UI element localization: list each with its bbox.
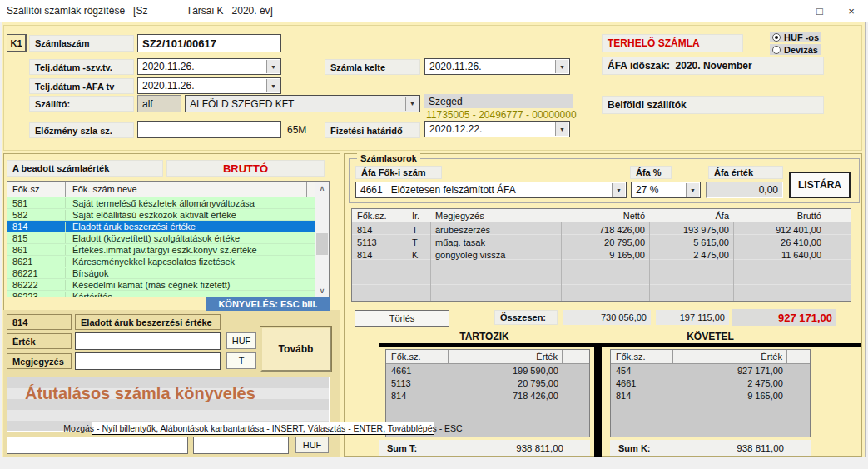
accounts-col-name: Fők. szám neve: [66, 182, 306, 197]
perf-date-acc-value: 2020.11.26.: [142, 61, 195, 72]
col-value: Érték: [449, 350, 563, 363]
table-row[interactable]: 582 Saját előállitású eszközök aktivált …: [7, 209, 315, 221]
credit-table: Fők.sz. Érték 454 927 171,00 4661 2 475,…: [610, 349, 811, 437]
col-note: Megjegyzés: [430, 209, 561, 222]
account-name: Késedelmi kamat (más cégnek fizetett): [66, 280, 306, 290]
accounts-table-header: Fők.sz Fők. szám neve: [7, 182, 315, 197]
accounts-col-extra: [306, 182, 315, 197]
invoice-number-label: Számlaszám: [29, 35, 134, 52]
chevron-down-icon[interactable]: ▼: [612, 183, 625, 197]
minimize-icon[interactable]: –: [771, 0, 805, 22]
vat-account-value: 4661 Előzetesen felszámított ÁFA: [360, 184, 516, 196]
credit-header: Fők.sz. Érték: [611, 350, 810, 364]
table-row[interactable]: 814K göngyöleg vissza9 165,00 2 475,0011…: [352, 248, 851, 261]
total-gross: 927 171,00: [732, 309, 836, 326]
delete-button[interactable]: Törlés: [355, 310, 449, 327]
accounts-col-code: Fők.sz: [7, 182, 66, 197]
sum-credit-value: 938 811,00: [651, 443, 811, 453]
chevron-down-icon[interactable]: ▼: [405, 97, 419, 111]
perf-date-vat-label: Telj.dátum -ÁFA tv: [29, 78, 134, 94]
table-row[interactable]: 86221 Bírságok: [7, 267, 315, 279]
chevron-down-icon[interactable]: ▼: [266, 60, 280, 73]
note-label: Megjegyzés: [7, 353, 72, 369]
currency-huf-radio[interactable]: HUF -os: [770, 32, 821, 42]
invoice-lines-group-title: Számlasorok: [357, 153, 420, 163]
account-name: Eladott (közvetített) szolgáltatások ért…: [66, 233, 306, 243]
supplier-tax-number: 11735005 - 20496777 - 00000000: [426, 109, 577, 121]
col-vat: Áfa: [649, 209, 733, 222]
sum-credit-row: Sum K: 938 811,00: [610, 440, 811, 456]
account-code: 8621: [7, 257, 66, 267]
title-bar: Szállítói számlák rögzítése [Sz Társai K…: [0, 0, 868, 22]
value-input[interactable]: [75, 332, 221, 350]
table-row[interactable]: 86223 Kártérítés: [7, 291, 315, 297]
account-code: 815: [7, 233, 66, 243]
sum-debit-label: Sum T:: [387, 443, 417, 453]
table-row[interactable]: 581 Saját termelésű készletek állományvá…: [7, 197, 315, 209]
note-input[interactable]: [75, 352, 221, 370]
chevron-down-icon[interactable]: ▼: [555, 122, 568, 136]
maximize-icon[interactable]: □: [803, 0, 836, 22]
col-net: Nettó: [561, 209, 649, 222]
chevron-down-icon[interactable]: ▼: [266, 79, 280, 92]
vat-account-combo[interactable]: 4661 Előzetesen felszámított ÁFA ▼: [355, 182, 627, 198]
account-code: 814: [7, 222, 66, 232]
account-code: 581: [7, 198, 66, 208]
currency-fx-radio[interactable]: Devizás: [770, 44, 821, 55]
chevron-down-icon[interactable]: ▼: [686, 183, 699, 197]
table-row[interactable]: 5113T műag. tasak20 795,00 5 615,0026 41…: [352, 236, 851, 248]
account-code: 861: [7, 245, 66, 255]
due-date-value: 2020.12.22.: [429, 123, 482, 135]
status-hint-bar: Mozgás - Nyíl billentyűk, Alábontások ka…: [92, 422, 434, 435]
due-date-combo[interactable]: 2020.12.22. ▼: [424, 121, 570, 137]
supplier-code-input[interactable]: alf: [137, 95, 181, 112]
col-value: Érték: [673, 350, 787, 363]
vat-rate-label: Áfa %: [630, 166, 672, 179]
perf-date-acc-combo[interactable]: 2020.11.26. ▼: [137, 58, 281, 75]
value-label: Érték: [7, 333, 72, 349]
list-item: 5113 20 795,00: [386, 377, 589, 389]
previous-invoice-label: Előzmény szla sz.: [29, 122, 134, 138]
table-row[interactable]: 815 Eladott (közvetített) szolgáltatások…: [7, 232, 315, 244]
table-row[interactable]: 861 Értékes.immat jav.tárgyi eszk.könyv …: [7, 244, 315, 256]
app-window: Szállítói számlák rögzítése [Sz Társai K…: [0, 0, 868, 469]
direction-badge[interactable]: T: [226, 352, 256, 369]
sum-debit-row: Sum T: 938 811,00: [379, 440, 590, 456]
bottom-input-2[interactable]: [193, 437, 289, 454]
supplier-combo[interactable]: ALFÖLD SZEGED KFT ▼: [185, 95, 420, 112]
previous-invoice-input[interactable]: [137, 121, 281, 138]
scroll-down-icon[interactable]: ∨: [315, 284, 329, 297]
invoice-date-combo[interactable]: 2020.11.26. ▼: [424, 58, 570, 75]
invoice-lines-table: Fők.sz. Ir. Megjegyzés Nettó Áfa Bruttó …: [351, 208, 851, 302]
col-account: Fők.sz.: [352, 209, 409, 222]
sum-debit-value: 938 811,00: [417, 443, 590, 453]
perf-date-vat-combo[interactable]: 2020.11.26. ▼: [137, 77, 281, 94]
total-net: 730 056,00: [563, 310, 651, 325]
window-title: Szállítói számlák rögzítése [Sz Társai K…: [7, 5, 273, 17]
k1-button[interactable]: K1: [7, 34, 27, 52]
currency-huf-label: HUF -os: [784, 32, 819, 42]
supplier-city: Szeged: [424, 94, 573, 108]
account-name: Káreseményekkel kapcsolatos fizetések: [66, 257, 306, 267]
scroll-up-icon[interactable]: ∧: [315, 182, 329, 194]
col-gross: Bruttó: [733, 209, 826, 222]
close-icon[interactable]: ×: [835, 0, 868, 22]
debit-title: TARTOZIK: [379, 331, 590, 342]
chevron-down-icon[interactable]: ▼: [555, 60, 568, 73]
col-direction: Ir.: [409, 209, 430, 222]
next-button[interactable]: Tovább: [260, 327, 331, 372]
table-row[interactable]: 86222 Késedelmi kamat (más cégnek fizete…: [7, 279, 315, 291]
vat-amount-input[interactable]: 0,00: [706, 182, 783, 198]
table-row[interactable]: 8621 Káreseményekkel kapcsolatos fizetés…: [7, 256, 315, 267]
invoice-number-input[interactable]: SZ2/101/00617: [137, 34, 281, 52]
account-name: Értékes.immat jav.tárgyi eszk.könyv sz.é…: [66, 245, 306, 255]
bottom-currency-badge: HUF: [295, 437, 329, 453]
accounts-scrollbar[interactable]: ∧ ∨: [315, 182, 329, 297]
table-row-selected[interactable]: 814 Eladott áruk beszerzési értéke: [7, 221, 315, 232]
total-vat: 197 115,00: [656, 310, 729, 325]
table-row[interactable]: 814T árubeszerzés718 426,00 193 975,0091…: [352, 223, 851, 236]
scrollbar-thumb[interactable]: [316, 233, 328, 255]
bottom-input-1[interactable]: [7, 437, 188, 454]
vat-rate-combo[interactable]: 27 % ▼: [631, 182, 701, 198]
to-list-button[interactable]: LISTÁRA: [789, 172, 851, 198]
